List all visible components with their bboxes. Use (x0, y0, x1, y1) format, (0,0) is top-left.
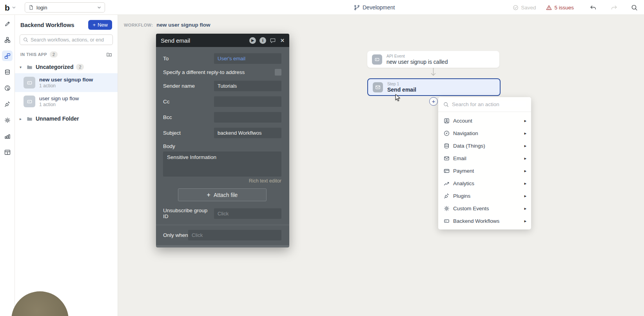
action-menu-item-custom-events[interactable]: Custom Events ▸ (438, 202, 531, 215)
nav-palette-icon[interactable] (2, 83, 13, 93)
nav-backend-workflows-icon[interactable] (2, 51, 13, 61)
modal-title: Send email (161, 37, 249, 44)
sender-name-label: Sender name (163, 83, 214, 89)
bcc-input[interactable] (214, 112, 281, 123)
workflow-item-new-user-signup-flow[interactable]: new user signup flow 1 action (15, 73, 118, 92)
chevron-right-icon: ▸ (524, 118, 526, 123)
analytics-icon (444, 181, 450, 186)
nav-sitemap-icon[interactable] (2, 34, 13, 45)
workflow-item-user-sign-up-flow[interactable]: user sign up flow 1 action (15, 92, 118, 111)
account-icon (444, 118, 450, 124)
caret-right-icon: ▸ (20, 117, 24, 121)
cc-label: Cc (163, 99, 214, 105)
modal-header[interactable]: Send email ▶ i ✕ (156, 34, 289, 47)
add-step-button[interactable]: + (429, 97, 438, 106)
issues-indicator[interactable]: 5 issues (546, 5, 574, 11)
workflow-search-input[interactable] (31, 37, 109, 43)
modal-body: To Specify a different reply-to address … (156, 47, 289, 247)
search-icon (23, 37, 28, 42)
reply-to-label: Specify a different reply-to address (163, 69, 275, 75)
undo-icon[interactable] (590, 4, 596, 11)
nav-logs-bar-chart-icon[interactable] (2, 131, 13, 141)
app-window: b login Development Saved 5 issues (0, 0, 644, 316)
workflow-tile-icon (24, 77, 35, 88)
only-when-label: Only when (163, 232, 188, 238)
subject-label: Subject (163, 130, 214, 136)
navigation-icon (444, 130, 450, 136)
action-menu-item-plugins[interactable]: Plugins ▸ (438, 190, 531, 202)
action-menu-item-data-things[interactable]: Data (Things) ▸ (438, 139, 531, 152)
action-category-list: Account ▸ Navigation ▸ Data (Things) ▸ E… (438, 112, 531, 227)
action-menu-item-backend-workflows[interactable]: Backend Workflows ▸ (438, 215, 531, 227)
app-selector-dropdown[interactable]: login (25, 2, 105, 13)
folder-uncategorized[interactable]: ▾ Uncategorized 2 (15, 61, 118, 73)
action-menu-item-navigation[interactable]: Navigation ▸ (438, 127, 531, 139)
body-textarea[interactable]: Sensitive Information (163, 152, 281, 177)
add-folder-icon[interactable] (106, 52, 112, 57)
workflow-breadcrumb: WORKFLOW: new user signup flow (124, 22, 210, 28)
to-label: To (163, 56, 214, 61)
mouse-cursor (394, 94, 401, 102)
api-event-node[interactable]: API Event new user signup is called (367, 51, 499, 68)
search-icon[interactable] (631, 4, 638, 11)
panel-title: Backend Workflows (20, 22, 74, 28)
environment-selector[interactable]: Development (354, 0, 395, 15)
plus-icon: + (93, 22, 96, 28)
data-things-icon (444, 143, 450, 149)
body-label: Body (163, 143, 281, 149)
chevron-right-icon: ▸ (524, 206, 526, 211)
nav-plugins-icon[interactable] (2, 99, 13, 109)
action-menu-item-email[interactable]: Email ▸ (438, 152, 531, 164)
backend-workflows-panel: Backend Workflows + New IN THIS APP 2 ▾ … (15, 15, 118, 316)
app-selector-value: login (36, 5, 94, 11)
nav-design-pencil-icon[interactable] (2, 18, 13, 29)
bubble-logo-menu[interactable]: b (5, 0, 16, 15)
workflow-label: WORKFLOW: (124, 23, 153, 27)
warning-triangle-icon (546, 5, 552, 11)
nav-database-icon[interactable] (2, 67, 13, 77)
section-count-badge: 2 (50, 51, 58, 58)
payment-icon (444, 168, 450, 174)
email-tile-icon (373, 82, 383, 92)
run-play-icon[interactable]: ▶ (249, 37, 256, 44)
folder-count-badge: 2 (76, 64, 84, 70)
plugins-icon (444, 193, 450, 199)
folder-icon (26, 116, 33, 122)
action-menu-item-payment[interactable]: Payment ▸ (438, 164, 531, 177)
reply-to-checkbox[interactable] (275, 69, 281, 76)
action-menu-item-account[interactable]: Account ▸ (438, 114, 531, 127)
nav-settings-gear-icon[interactable] (2, 115, 13, 125)
sender-name-input[interactable] (214, 81, 281, 91)
chevron-right-icon: ▸ (524, 143, 526, 148)
unsubscribe-group-input[interactable] (214, 208, 281, 219)
save-status: Saved (513, 5, 536, 11)
bcc-label: Bcc (163, 114, 214, 120)
action-menu-item-analytics[interactable]: Analytics ▸ (438, 177, 531, 190)
info-icon[interactable]: i (259, 37, 266, 44)
cc-input[interactable] (214, 96, 281, 107)
to-input[interactable] (214, 53, 281, 64)
send-email-modal: Send email ▶ i ✕ To Specify a different … (156, 34, 289, 247)
rich-text-editor-link[interactable]: Rich text editor (163, 178, 281, 184)
caret-down-icon: ▾ (20, 65, 24, 69)
close-icon[interactable]: ✕ (280, 38, 285, 43)
folder-unnamed[interactable]: ▸ Unnamed Folder (15, 112, 118, 125)
flow-arrow-down-icon (430, 67, 437, 78)
new-workflow-button[interactable]: + New (88, 20, 112, 30)
nav-layout-grid-icon[interactable] (2, 147, 13, 157)
chevron-down-icon (97, 6, 101, 9)
modal-divider (156, 225, 289, 225)
only-when-input[interactable] (188, 230, 281, 240)
subject-input[interactable] (214, 128, 281, 138)
comment-icon[interactable] (270, 38, 276, 43)
chevron-right-icon: ▸ (524, 181, 526, 186)
attach-file-button[interactable]: + Attach file (178, 188, 267, 201)
custom-events-icon (444, 206, 450, 211)
action-search-input[interactable] (452, 101, 526, 107)
unsubscribe-group-label: Unsubscribe group ID (163, 208, 214, 219)
redo-icon[interactable] (611, 4, 618, 11)
step-1-send-email-node[interactable]: Step 1 Send email (367, 78, 501, 96)
chevron-right-icon: ▸ (524, 168, 526, 173)
chevron-right-icon: ▸ (524, 193, 526, 199)
chevron-right-icon: ▸ (524, 156, 526, 161)
